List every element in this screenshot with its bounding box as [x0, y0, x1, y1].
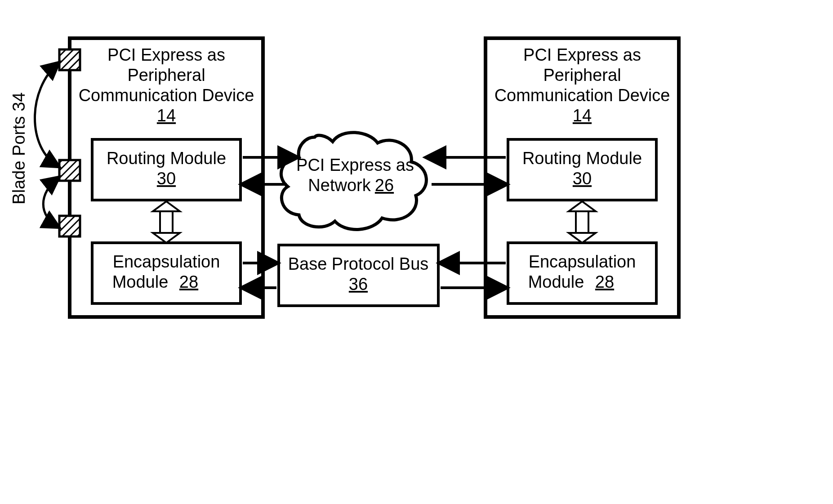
bus-ref: 36 — [349, 275, 368, 294]
left-routing-ref: 30 — [157, 169, 176, 188]
right-title-2: Peripheral — [543, 66, 621, 85]
svg-rect-10 — [576, 211, 588, 233]
blade-port-1 — [59, 49, 80, 70]
left-encap-ref: 28 — [179, 272, 198, 291]
blade-port-2 — [59, 160, 80, 181]
left-encap-l1: Encapsulation — [113, 252, 220, 271]
left-title-2: Peripheral — [127, 66, 205, 85]
left-title-3: Communication Device — [79, 86, 254, 105]
svg-rect-5 — [160, 211, 173, 233]
left-title-1: PCI Express as — [107, 45, 225, 64]
cloud-l1: PCI Express as — [296, 156, 414, 174]
right-encap-ref: 28 — [595, 272, 614, 291]
cloud-ref: 26 — [375, 176, 394, 195]
blade-ports-label: Blade Ports 34 — [9, 92, 28, 204]
left-routing-module: Routing Module 30 — [92, 139, 241, 200]
right-encap-l1: Encapsulation — [529, 252, 636, 271]
right-routing-ref: 30 — [573, 169, 592, 188]
left-encap-l2: Module — [112, 272, 169, 291]
right-encap-l2: Module — [528, 272, 584, 291]
left-title-ref: 14 — [157, 106, 176, 125]
right-title-3: Communication Device — [494, 86, 670, 105]
blade-arc-2 — [43, 178, 58, 227]
cloud-l2: Network — [308, 176, 371, 195]
right-device: PCI Express as Peripheral Communication … — [486, 38, 679, 317]
left-device: PCI Express as Peripheral Communication … — [70, 38, 263, 317]
left-routing-label: Routing Module — [107, 149, 226, 168]
bus-box: Base Protocol Bus 36 — [279, 245, 438, 306]
blade-port-3 — [59, 216, 80, 236]
right-title-1: PCI Express as — [523, 45, 641, 64]
bus-l1: Base Protocol Bus — [288, 254, 429, 273]
right-routing-module: Routing Module 30 — [508, 139, 656, 200]
left-encap-module: Encapsulation Module 28 — [92, 243, 241, 303]
right-encap-module: Encapsulation Module 28 — [508, 243, 656, 303]
blade-arc-1 — [35, 63, 59, 166]
right-title-ref: 14 — [573, 106, 592, 125]
network-cloud: PCI Express as Network 26 — [281, 133, 426, 230]
right-routing-label: Routing Module — [522, 149, 642, 168]
diagram-canvas: PCI Express as Peripheral Communication … — [0, 0, 833, 504]
